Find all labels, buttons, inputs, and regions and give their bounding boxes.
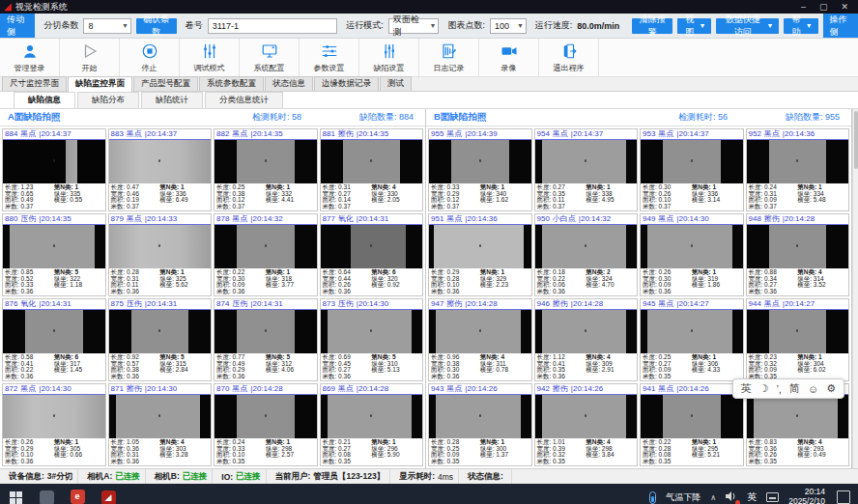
defect-cell[interactable]: 951 黑点 |20:14:36 长度: 0.29宽度: 0.28面积: 0.1…	[428, 213, 532, 296]
ribbon-user-login-button[interactable]: 管理登录	[0, 39, 60, 76]
ime-lang-toggle[interactable]: 英	[741, 381, 752, 396]
start-button[interactable]	[0, 484, 31, 504]
ime-settings-gear-icon[interactable]: ⚙	[826, 382, 836, 395]
ime-language-indicator[interactable]: 英	[747, 490, 757, 504]
defect-image[interactable]	[321, 395, 423, 438]
keyboard-icon[interactable]	[766, 492, 779, 502]
defect-image[interactable]	[747, 140, 849, 183]
data-shortcut-menu-button[interactable]: 数据快捷访问▼	[716, 18, 779, 34]
ribbon-video-camera-button[interactable]: 录像	[479, 39, 539, 76]
defect-cell[interactable]: 878 黑点 |20:14:32 长度: 0.22宽度: 0.30面积: 0.0…	[214, 213, 318, 296]
defect-image[interactable]	[535, 140, 638, 183]
defect-image[interactable]	[429, 310, 531, 353]
defect-cell[interactable]: 947 擦伤 |20:14:28 长度: 0.96宽度: 0.38面积: 0.3…	[428, 298, 532, 381]
defect-cell[interactable]: 875 压伤 |20:14:31 长度: 0.92宽度: 0.57面积: 0.3…	[108, 298, 213, 381]
chart-points-select[interactable]: 100 ▼	[490, 18, 527, 34]
defect-cell[interactable]: 883 黑点 |20:14:37 长度: 0.47宽度: 0.46面积: 0.1…	[108, 128, 213, 211]
ribbon-sliders-horizontal-button[interactable]: 参数设置	[300, 39, 359, 76]
help-menu-button[interactable]: 帮助▼	[784, 18, 817, 34]
defect-cell[interactable]: 880 压伤 |20:14:35 长度: 0.85宽度: 0.52面积: 0.3…	[2, 213, 106, 296]
ime-moon-icon[interactable]: ☽	[759, 382, 769, 395]
ime-emoji-icon[interactable]: ☺	[808, 383, 818, 395]
subtab-2[interactable]: 缺陷统计	[141, 92, 203, 108]
action-center-icon[interactable]	[837, 490, 850, 504]
defect-image[interactable]	[535, 225, 638, 268]
minimize-button[interactable]: –	[801, 2, 806, 12]
hidden-icons-chevron[interactable]: ∧	[710, 493, 716, 502]
defect-image[interactable]	[641, 140, 743, 183]
defect-cell[interactable]: 872 黑点 |20:14:30 长度: 0.26宽度: 0.29面积: 0.1…	[2, 383, 106, 466]
tab-4[interactable]: 状态信息	[265, 76, 313, 91]
defect-cell[interactable]: 953 黑点 |20:14:37 长度: 0.30宽度: 0.26面积: 0.1…	[640, 128, 744, 211]
defect-cell[interactable]: 871 擦伤 |20:14:30 长度: 1.05宽度: 0.36面积: 0.3…	[108, 383, 213, 466]
ribbon-sliders-vertical-button[interactable]: 缺陷设置	[359, 39, 419, 76]
defect-cell[interactable]: 941 黑点 |20:14:26 长度: 0.22宽度: 0.28面积: 0.0…	[640, 383, 744, 466]
defect-image[interactable]	[535, 395, 638, 438]
ribbon-play-button[interactable]: 开始	[60, 39, 120, 76]
taskbar-app-gray[interactable]	[31, 484, 62, 504]
tab-6[interactable]: 测试	[380, 76, 412, 91]
tab-0[interactable]: 尺寸监控界面	[2, 76, 67, 91]
defect-image[interactable]	[535, 310, 638, 353]
defect-image[interactable]	[109, 225, 212, 268]
taskbar-app-red2[interactable]: ◢	[93, 484, 124, 504]
defect-image[interactable]	[321, 310, 423, 353]
defect-image[interactable]	[109, 140, 212, 183]
defect-cell[interactable]: 876 氧化 |20:14:31 长度: 0.58宽度: 0.41面积: 0.2…	[2, 298, 106, 381]
defect-cell[interactable]: 948 擦伤 |20:14:28 长度: 0.88宽度: 0.34面积: 0.2…	[746, 213, 850, 296]
ribbon-monitor-button[interactable]: 系统配置	[240, 39, 300, 76]
defect-image[interactable]	[214, 310, 317, 353]
slit-count-select[interactable]: 8 ▼	[83, 18, 130, 34]
defect-cell[interactable]: 942 擦伤 |20:14:26 长度: 1.01宽度: 0.39面积: 0.3…	[534, 383, 639, 466]
defect-cell[interactable]: 952 黑点 |20:14:36 长度: 0.24宽度: 0.31面积: 0.0…	[746, 128, 850, 211]
defect-image[interactable]	[747, 395, 849, 438]
defect-cell[interactable]: 870 黑点 |20:14:28 长度: 0.24宽度: 0.33面积: 0.1…	[214, 383, 318, 466]
subtab-0[interactable]: 缺陷信息	[14, 92, 75, 108]
defect-cell[interactable]: 877 氧化 |20:14:31 长度: 0.64宽度: 0.44面积: 0.2…	[320, 213, 424, 296]
close-button[interactable]: ✕	[841, 2, 848, 12]
tab-2[interactable]: 产品型号配置	[133, 76, 198, 91]
defect-image[interactable]	[3, 310, 105, 353]
defect-image[interactable]	[321, 140, 423, 183]
defect-cell[interactable]: 944 黑点 |20:14:27 长度: 0.23宽度: 0.32面积: 0.0…	[746, 298, 850, 381]
subtab-3[interactable]: 分类信息统计	[205, 92, 283, 108]
defect-cell[interactable]: 882 黑点 |20:14:35 长度: 0.25宽度: 0.38面积: 0.1…	[214, 128, 318, 211]
defect-image[interactable]	[429, 225, 531, 268]
tab-3[interactable]: 系统参数配置	[199, 76, 264, 91]
defect-cell[interactable]: 943 黑点 |20:14:26 长度: 0.28宽度: 0.25面积: 0.0…	[428, 383, 532, 466]
operate-side-button[interactable]: 操作侧	[823, 14, 858, 38]
thermometer-icon[interactable]	[649, 491, 656, 504]
maximize-button[interactable]: ▢	[819, 2, 828, 12]
defect-image[interactable]	[641, 310, 743, 353]
ribbon-stop-button[interactable]: 停止	[120, 39, 180, 76]
subtab-1[interactable]: 缺陷分布	[77, 92, 139, 108]
ime-toolbar[interactable]: 英☽’,简☺⚙	[732, 378, 844, 399]
taskbar-app-red[interactable]: e	[62, 484, 93, 504]
ime-punct-toggle[interactable]: ’,	[776, 383, 782, 395]
defect-cell[interactable]: 884 黑点 |20:14:37 长度: 1.23宽度: 0.65面积: 0.4…	[2, 128, 106, 211]
weather-text[interactable]: 气温下降	[666, 491, 701, 504]
defect-image[interactable]	[747, 310, 849, 353]
defect-cell[interactable]: 879 黑点 |20:14:33 长度: 0.28宽度: 0.31面积: 0.1…	[108, 213, 213, 296]
defect-image[interactable]	[214, 225, 317, 268]
drive-side-button[interactable]: 传动侧	[0, 14, 35, 38]
defect-image[interactable]	[429, 395, 531, 438]
defect-cell[interactable]: 873 压伤 |20:14:30 长度: 0.69宽度: 0.45面积: 0.2…	[320, 298, 424, 381]
defect-image[interactable]	[3, 395, 105, 438]
defect-image[interactable]	[214, 395, 317, 438]
defect-cell[interactable]: 950 小白点 |20:14:32 长度: 0.18宽度: 0.22面积: 0.…	[534, 213, 639, 296]
view-menu-button[interactable]: 视图▼	[677, 18, 711, 34]
defect-cell[interactable]: 881 擦伤 |20:14:35 长度: 0.31宽度: 0.27面积: 0.1…	[320, 128, 424, 211]
defect-image[interactable]	[429, 140, 531, 183]
defect-image[interactable]	[641, 395, 743, 438]
tab-5[interactable]: 边缘数据记录	[314, 76, 379, 91]
ribbon-exit-door-button[interactable]: 退出程序	[539, 39, 599, 76]
volume-icon[interactable]	[726, 491, 737, 503]
defect-image[interactable]	[321, 225, 423, 268]
defect-image[interactable]	[109, 310, 212, 353]
ribbon-tune-vertical-button[interactable]: 调试模式	[180, 39, 240, 76]
ime-simplified-toggle[interactable]: 简	[789, 381, 800, 396]
confirm-slit-button[interactable]: 确认条数	[136, 18, 177, 34]
defect-cell[interactable]: 869 黑点 |20:14:28 长度: 0.21宽度: 0.27面积: 0.0…	[320, 383, 424, 466]
defect-cell[interactable]: 954 黑点 |20:14:37 长度: 0.27宽度: 0.35面积: 0.1…	[534, 128, 639, 211]
